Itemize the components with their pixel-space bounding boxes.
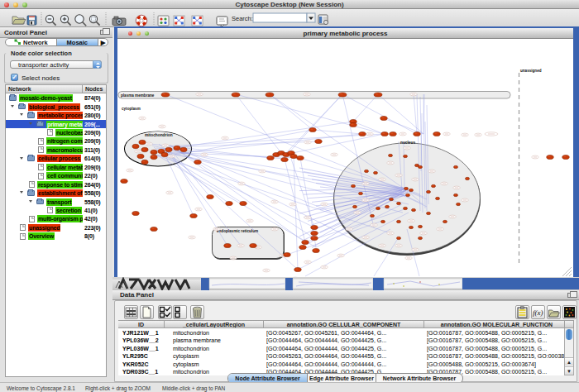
svg-text:plasma membrane: plasma membrane <box>121 93 155 98</box>
svg-text:f(x): f(x) <box>533 308 543 317</box>
svg-text:unassigned: unassigned <box>520 69 542 73</box>
svg-text:Search:: Search: <box>232 15 253 22</box>
svg-text:cytoplasm: cytoplasm <box>122 107 141 111</box>
svg-text:mitochondrion: mitochondrion <box>145 133 173 137</box>
svg-text:endoplasmic reticulum: endoplasmic reticulum <box>217 229 258 233</box>
svg-text:nucleus: nucleus <box>400 141 415 145</box>
